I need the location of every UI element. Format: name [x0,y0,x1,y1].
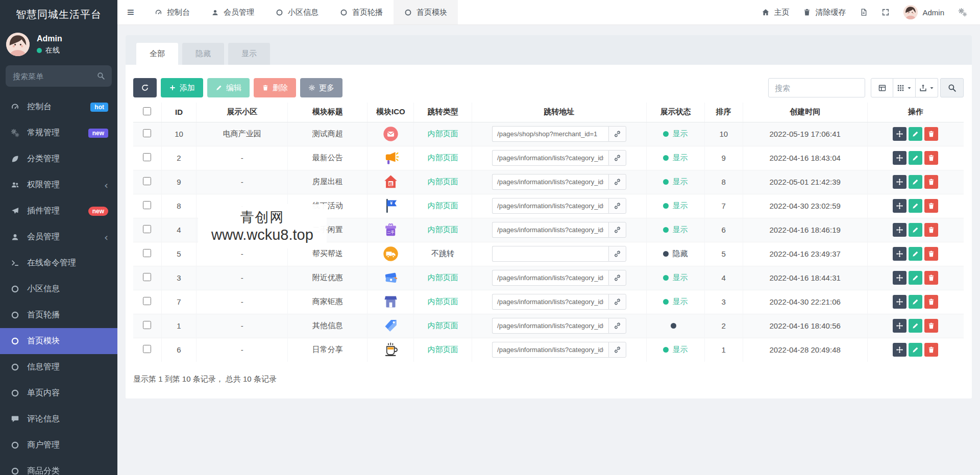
edit-row-button[interactable] [909,247,922,261]
open-link-button[interactable] [608,246,626,262]
refresh-button[interactable] [133,78,157,97]
jump-url-input[interactable] [492,198,608,214]
filter-tab[interactable]: 隐藏 [182,43,224,65]
sidebar-search-input[interactable] [6,65,112,87]
open-link-button[interactable] [608,150,626,166]
row-checkbox[interactable] [143,177,151,185]
open-link-button[interactable] [608,318,626,334]
clear-cache-button[interactable]: 清除缓存 [803,8,846,17]
delete-row-button[interactable] [924,247,938,261]
columns-button[interactable] [893,78,916,97]
topbar-tab[interactable]: 控制台 [144,0,201,24]
sidebar-item[interactable]: 首页轮播 [0,302,117,328]
edit-row-button[interactable] [909,295,922,309]
jump-url-input[interactable] [492,126,608,142]
delete-row-button[interactable] [924,175,938,189]
table-search-input[interactable] [768,78,865,97]
sidebar-item[interactable]: 小区信息 [0,276,117,302]
jump-url-input[interactable] [492,174,608,190]
sidebar-item[interactable]: 单页内容 [0,380,117,406]
jump-url-input[interactable] [492,294,608,310]
delete-button[interactable]: 删除 [254,78,296,97]
jump-url-input[interactable] [492,150,608,166]
row-checkbox[interactable] [143,225,151,233]
edit-row-button[interactable] [909,127,922,141]
filter-tab[interactable]: 全部 [136,43,178,65]
sidebar-item[interactable]: 信息管理 [0,354,117,380]
open-link-button[interactable] [608,294,626,310]
move-row-button[interactable] [893,151,906,165]
export-button[interactable] [916,78,938,97]
row-checkbox[interactable] [143,321,151,329]
row-checkbox[interactable] [143,153,151,161]
edit-button[interactable]: 编辑 [207,78,250,97]
jump-url-input[interactable] [492,246,608,262]
open-link-button[interactable] [608,342,626,358]
sidebar-item[interactable]: 首页模块 [0,328,117,354]
delete-row-button[interactable] [924,295,938,309]
search-button[interactable] [940,78,964,97]
jump-url-input[interactable] [492,270,608,286]
open-link-button[interactable] [608,126,626,142]
sidebar-item[interactable]: 商品分类 [0,458,117,475]
topbar-tab[interactable]: 首页模块 [394,0,458,24]
move-row-button[interactable] [893,223,906,237]
settings-button[interactable] [958,8,967,17]
delete-row-button[interactable] [924,199,938,213]
row-checkbox[interactable] [143,249,151,257]
jump-url-input[interactable] [492,342,608,358]
open-link-button[interactable] [608,222,626,238]
jump-url-input[interactable] [492,318,608,334]
move-row-button[interactable] [893,295,906,309]
sidebar-item[interactable]: 会员管理 ‹ [0,224,117,250]
row-checkbox[interactable] [143,129,151,137]
sidebar-item[interactable]: 分类管理 [0,146,117,172]
open-link-button[interactable] [608,198,626,214]
add-button[interactable]: 添加 [161,78,203,97]
move-row-button[interactable] [893,175,906,189]
row-checkbox[interactable] [143,201,151,209]
jump-url-input[interactable] [492,222,608,238]
filter-tab[interactable]: 显示 [228,43,270,65]
sidebar-item[interactable]: 常规管理 new [0,120,117,146]
edit-row-button[interactable] [909,319,922,333]
edit-row-button[interactable] [909,151,922,165]
delete-row-button[interactable] [924,271,938,285]
sidebar-item[interactable]: 控制台 hot [0,94,117,120]
open-link-button[interactable] [608,270,626,286]
toggle-detail-view-button[interactable] [871,78,893,97]
delete-row-button[interactable] [924,319,938,333]
topbar-tab[interactable]: 小区信息 [265,0,329,24]
delete-row-button[interactable] [924,223,938,237]
edit-row-button[interactable] [909,271,922,285]
row-checkbox[interactable] [143,297,151,305]
hamburger-menu-icon[interactable]: ≡ [117,0,144,24]
delete-row-button[interactable] [924,127,938,141]
sidebar-item[interactable]: 在线命令管理 [0,250,117,276]
delete-row-button[interactable] [924,343,938,357]
move-row-button[interactable] [893,199,906,213]
row-checkbox[interactable] [143,273,151,281]
move-row-button[interactable] [893,127,906,141]
select-all-checkbox[interactable] [143,107,151,115]
topbar-tab[interactable]: 会员管理 [201,0,265,24]
fullscreen-button[interactable] [881,8,890,16]
topbar-tab[interactable]: 首页轮播 [329,0,394,24]
edit-row-button[interactable] [909,175,922,189]
row-checkbox[interactable] [143,345,151,353]
sidebar-item[interactable]: 评论信息 [0,406,117,432]
move-row-button[interactable] [893,247,906,261]
document-button[interactable] [860,8,868,16]
sidebar-item[interactable]: 插件管理 new [0,198,117,224]
user-menu[interactable]: Admin [903,5,944,19]
sidebar-item[interactable]: 商户管理 [0,432,117,458]
edit-row-button[interactable] [909,199,922,213]
more-button[interactable]: 更多 [300,78,342,97]
edit-row-button[interactable] [909,223,922,237]
home-button[interactable]: 主页 [762,8,789,17]
delete-row-button[interactable] [924,151,938,165]
edit-row-button[interactable] [909,343,922,357]
open-link-button[interactable] [608,174,626,190]
move-row-button[interactable] [893,319,906,333]
sidebar-item[interactable]: 权限管理 ‹ [0,172,117,198]
